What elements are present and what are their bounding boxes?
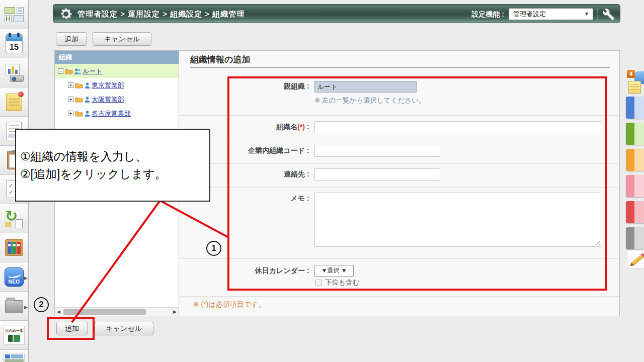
cancel-button-bottom[interactable]: キャンセル	[95, 322, 153, 335]
contact-input[interactable]	[314, 168, 440, 180]
callout-line-1: ①組織の情報を入力し、	[20, 148, 206, 165]
tree-link-root[interactable]: ルート	[83, 67, 103, 76]
sidebar-item-memo[interactable]	[0, 87, 28, 117]
expand-icon[interactable]: +	[68, 111, 73, 116]
facility-icon	[5, 64, 24, 82]
chevron-down-icon: ▼	[584, 9, 589, 20]
setting-function-select[interactable]: 管理者設定 ▼	[509, 8, 593, 20]
submenu-arrow-icon: ▶	[24, 305, 28, 310]
holiday-calendar-label: 休日カレンダー	[184, 266, 305, 276]
organization-form-panel: 組織情報の追加 親組織 : ルート ※ 左の一覧から選択してください。 組織名(…	[179, 50, 620, 316]
tree-node-root[interactable]: − ルート	[55, 64, 179, 78]
setting-function-value: 管理者設定	[513, 10, 546, 18]
row-separator	[180, 296, 619, 297]
sticky-tab-gray[interactable]	[626, 227, 644, 249]
check-icon: ✓	[9, 183, 14, 189]
label-colon: :	[307, 82, 309, 90]
header-divider	[597, 8, 598, 21]
sticky-tab-red[interactable]	[626, 201, 644, 223]
open-folder-icon	[65, 68, 73, 74]
folder-icon	[5, 300, 23, 313]
expand-icon[interactable]: +	[68, 82, 73, 88]
sidebar-item-neo[interactable]: NEO ▶	[0, 262, 28, 292]
pencil-icon[interactable]	[627, 250, 644, 268]
row-separator	[180, 187, 619, 188]
notification-icon[interactable]: 4	[627, 70, 644, 95]
sidebar-item-folder[interactable]: ▶	[0, 292, 28, 321]
required-mark: (*)	[297, 123, 305, 131]
people-icon	[74, 68, 82, 74]
tree-header: 組織	[55, 51, 179, 64]
scroll-right-icon[interactable]: ▶	[173, 309, 177, 314]
label-colon: :	[307, 194, 309, 202]
parent-org-note: ※ 左の一覧から選択してください。	[314, 96, 425, 105]
circulation-icon: ↻	[5, 209, 24, 228]
sticky-tab-pink[interactable]	[626, 175, 644, 197]
sidebar-item-portal[interactable]	[0, 0, 28, 29]
calendar-day: 15	[6, 43, 22, 52]
folder-icon	[75, 96, 83, 103]
bookshelf-icon	[5, 239, 23, 256]
sticky-tab-blue[interactable]	[626, 97, 644, 119]
org-code-input[interactable]	[314, 145, 440, 157]
step-2-marker: 2	[34, 297, 49, 312]
sidebar-item-bookshelf[interactable]	[0, 233, 28, 262]
admin-header-bar: 管理者設定 > 運用設定 > 組織設定 > 組織管理 設定機能 : 管理者設定 …	[53, 4, 620, 23]
calendar-icon: 15	[6, 34, 23, 53]
notification-badge: 4	[627, 70, 635, 78]
include-subordinates-checkbox[interactable]	[315, 280, 322, 286]
scroll-left-icon[interactable]: ◀	[57, 309, 60, 314]
wrench-icon[interactable]	[602, 8, 615, 21]
tanomeru-banner: たのめーる	[4, 326, 25, 345]
tree-node-child[interactable]: + 東京営業部	[55, 78, 179, 92]
horizontal-scrollbar[interactable]: ◀ ▶	[55, 307, 179, 316]
folder-icon	[75, 110, 83, 117]
row-separator	[180, 258, 619, 259]
sidebar-item-tanomeru[interactable]: たのめーる	[0, 321, 28, 350]
page-title: 組織情報の追加	[190, 54, 250, 65]
scrollbar-thumb[interactable]	[63, 309, 146, 315]
tree-link[interactable]: 名古屋営業部	[92, 109, 131, 118]
refresh-icon: ↻	[5, 207, 18, 225]
holiday-calendar-select[interactable]: ▼選択 ▼	[314, 265, 354, 277]
label-colon: :	[307, 146, 309, 154]
neo-icon: NEO	[5, 267, 24, 287]
sidebar-item-banner[interactable]	[0, 350, 28, 362]
tree-node-child[interactable]: + 名古屋営業部	[55, 107, 179, 120]
ad-banner	[4, 353, 25, 362]
row-separator	[180, 115, 619, 116]
callout-line-2: ②[追加]をクリックします。	[20, 165, 206, 183]
label-colon: :	[307, 170, 309, 178]
label-colon: :	[307, 123, 309, 131]
label-colon: :	[307, 266, 309, 275]
cancel-button-top[interactable]: キャンセル	[93, 32, 151, 46]
parent-org-label: 親組織	[184, 82, 305, 91]
memo-icon	[6, 94, 22, 111]
expand-icon[interactable]: +	[68, 97, 73, 102]
setting-function-label: 設定機能 :	[471, 10, 504, 19]
include-subordinates-label: 下位も含む	[325, 278, 359, 287]
portal-icon	[5, 7, 24, 22]
check-icon: ✓	[9, 189, 14, 195]
parent-org-value: ルート	[314, 81, 417, 93]
folder-icon	[75, 82, 83, 88]
sidebar-item-facility[interactable]	[0, 58, 28, 87]
person-icon	[84, 96, 91, 103]
add-button-bottom[interactable]: 追加	[56, 322, 88, 335]
sticky-tab-orange[interactable]	[626, 149, 644, 171]
tree-link[interactable]: 東京営業部	[92, 81, 124, 90]
add-button-top[interactable]: 追加	[56, 32, 87, 46]
row-separator	[180, 140, 619, 140]
sidebar-item-schedule[interactable]: 15	[0, 29, 28, 58]
row-separator	[180, 163, 619, 164]
sidebar-item-circulation[interactable]: ↻	[0, 204, 28, 233]
collapse-icon[interactable]: −	[58, 68, 63, 74]
memo-textarea[interactable]	[314, 193, 601, 247]
org-name-input[interactable]	[314, 121, 601, 133]
neo-label: NEO	[5, 279, 23, 285]
sticky-tab-green[interactable]	[626, 123, 644, 145]
tree-link[interactable]: 大阪営業部	[92, 95, 124, 104]
tanomeru-label: たのめーる	[4, 328, 24, 333]
required-field-note: ※ (*)は必須項目です。	[193, 300, 265, 309]
tree-node-child[interactable]: + 大阪営業部	[55, 93, 179, 106]
